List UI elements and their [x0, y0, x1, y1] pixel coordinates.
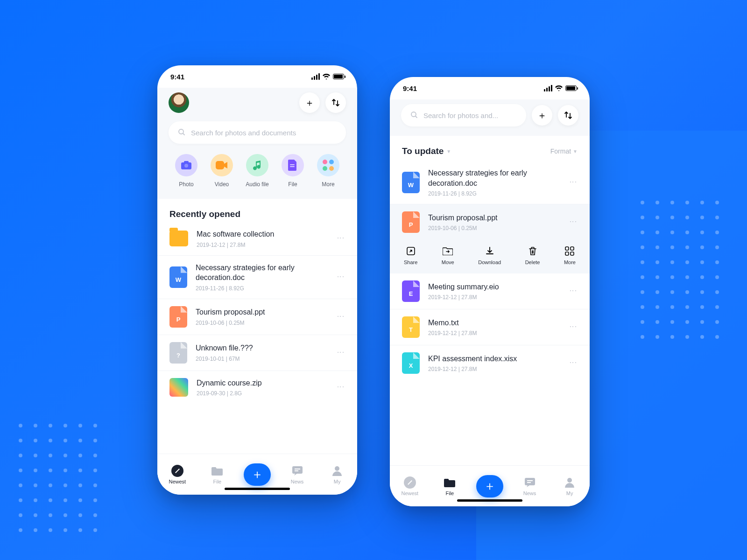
- search-input[interactable]: Search for photos and...: [401, 104, 526, 126]
- file-name: Tourism proposal.ppt: [196, 307, 328, 317]
- file-more-icon[interactable]: ⋮: [569, 323, 578, 331]
- signal-icon: [544, 85, 552, 91]
- search-input[interactable]: Search for photos and documents: [169, 121, 346, 144]
- svg-rect-15: [565, 252, 569, 255]
- status-indicators: [311, 73, 344, 81]
- file-item[interactable]: PTourism proposal.ppt2019-10-06 | 0.25M⋮: [157, 299, 357, 335]
- battery-icon: [333, 74, 344, 79]
- category-audio[interactable]: Audio file: [242, 154, 272, 188]
- svg-rect-14: [571, 247, 574, 250]
- status-indicators: [544, 84, 577, 92]
- action-move[interactable]: Move: [442, 245, 454, 265]
- file-more-icon[interactable]: ⋮: [569, 178, 578, 187]
- action-more[interactable]: More: [564, 245, 576, 265]
- file-more-icon[interactable]: ⋮: [336, 349, 345, 357]
- header-section: ＋ Search for photos and documents Pho: [157, 88, 357, 199]
- folder-icon: [211, 465, 223, 477]
- status-time: 9:41: [403, 84, 417, 92]
- file-meta: 2019-12-12 | 27.8M: [197, 242, 328, 248]
- file-name: Mac software collection: [197, 229, 328, 239]
- sort-button[interactable]: [325, 92, 346, 113]
- file-meta: 2019-12-12 | 27.8M: [428, 294, 560, 301]
- file-item[interactable]: XKPI assessment index.xisx2019-12-12 | 2…: [390, 345, 590, 381]
- tab-newest[interactable]: Newest: [396, 476, 424, 496]
- action-download[interactable]: Download: [478, 245, 501, 265]
- action-delete[interactable]: Delete: [525, 245, 540, 265]
- tab-file[interactable]: File: [203, 465, 231, 484]
- newest-icon: [171, 465, 183, 477]
- svg-point-20: [567, 478, 572, 483]
- tab-add[interactable]: ＋: [476, 475, 504, 497]
- delete-icon: [527, 245, 538, 257]
- add-button[interactable]: ＋: [299, 92, 320, 113]
- sort-button[interactable]: [558, 105, 578, 126]
- file-type-icon: X: [402, 352, 420, 374]
- search-icon: [178, 128, 185, 137]
- add-button[interactable]: ＋: [532, 105, 552, 126]
- file-more-icon[interactable]: ⋮: [336, 313, 345, 321]
- svg-point-10: [335, 466, 339, 471]
- camera-icon: [175, 154, 197, 176]
- header-section: Search for photos and... ＋: [390, 99, 590, 136]
- content-area: Recently opened Mac software collection2…: [157, 199, 357, 454]
- category-video[interactable]: Video: [207, 154, 237, 188]
- caret-down-icon: ▼: [446, 149, 451, 154]
- file-item[interactable]: Mac software collection2019-12-12 | 27.8…: [157, 222, 357, 256]
- svg-rect-6: [290, 166, 295, 167]
- tab-news[interactable]: News: [516, 476, 544, 496]
- svg-rect-4: [216, 161, 224, 169]
- file-name: Memo.txt: [428, 318, 560, 328]
- file-more-icon[interactable]: ⋮: [336, 383, 345, 392]
- file-more-icon[interactable]: ⋮: [336, 273, 345, 281]
- wifi-icon: [323, 73, 330, 81]
- file-item[interactable]: ?Unknown file.???2019-10-01 | 67M⋮: [157, 335, 357, 371]
- file-meta: 2019-10-06 | 0.25M: [428, 225, 560, 231]
- caret-down-icon: ▼: [573, 149, 578, 154]
- tab-my[interactable]: My: [556, 476, 584, 496]
- file-more-icon[interactable]: ⋮: [569, 359, 578, 367]
- action-share[interactable]: Share: [404, 245, 417, 265]
- svg-rect-7: [292, 466, 303, 474]
- tab-my[interactable]: My: [323, 465, 351, 484]
- section-title-dropdown[interactable]: To update ▼: [402, 146, 451, 156]
- file-type-icon: P: [402, 211, 420, 233]
- file-type-icon: W: [169, 266, 187, 288]
- svg-rect-19: [527, 482, 531, 483]
- svg-rect-13: [565, 247, 569, 250]
- avatar[interactable]: [169, 92, 189, 113]
- plus-icon: ＋: [244, 463, 271, 486]
- folder-icon: [444, 476, 456, 489]
- person-icon: [564, 476, 576, 489]
- file-item[interactable]: WNecessary strategies for early decorati…: [157, 256, 357, 299]
- tab-newest[interactable]: Newest: [163, 465, 191, 484]
- file-more-icon[interactable]: ⋮: [336, 234, 345, 243]
- file-item[interactable]: TMemo.txt2019-12-12 | 27.8M⋮: [390, 309, 590, 345]
- plus-icon: ＋: [476, 475, 503, 497]
- move-icon: [442, 245, 453, 257]
- phone-file-screen: 9:41 Search for photos and... ＋: [390, 77, 590, 506]
- category-more[interactable]: More: [313, 154, 343, 188]
- tab-news[interactable]: News: [283, 465, 311, 484]
- file-more-icon[interactable]: ⋮: [569, 218, 578, 226]
- file-type-icon: E: [402, 280, 420, 302]
- file-more-icon[interactable]: ⋮: [569, 287, 578, 295]
- format-dropdown[interactable]: Format ▼: [550, 147, 578, 155]
- file-meta: 2019-11-26 | 8.92G: [196, 285, 328, 292]
- file-name: KPI assessment index.xisx: [428, 354, 560, 364]
- file-icon: [282, 154, 304, 176]
- news-icon: [291, 465, 303, 477]
- file-item[interactable]: EMeeting summary.eio2019-12-12 | 27.8M⋮: [390, 273, 590, 309]
- file-item[interactable]: PTourism proposal.ppt2019-10-06 | 0.25M⋮: [390, 204, 590, 240]
- file-item[interactable]: WNecessary strategies for early decorati…: [390, 161, 590, 204]
- svg-rect-18: [527, 480, 533, 481]
- file-type-icon: [169, 231, 188, 246]
- download-icon: [484, 245, 495, 257]
- tab-add[interactable]: ＋: [243, 463, 271, 486]
- category-file[interactable]: File: [278, 154, 308, 188]
- category-photo[interactable]: Photo: [171, 154, 201, 188]
- file-type-icon: ?: [169, 342, 187, 364]
- music-icon: [246, 154, 268, 176]
- svg-rect-2: [184, 161, 189, 163]
- file-item[interactable]: Dynamic course.zip2019-09-30 | 2.8G⋮: [157, 371, 357, 404]
- tab-file[interactable]: File: [436, 476, 464, 496]
